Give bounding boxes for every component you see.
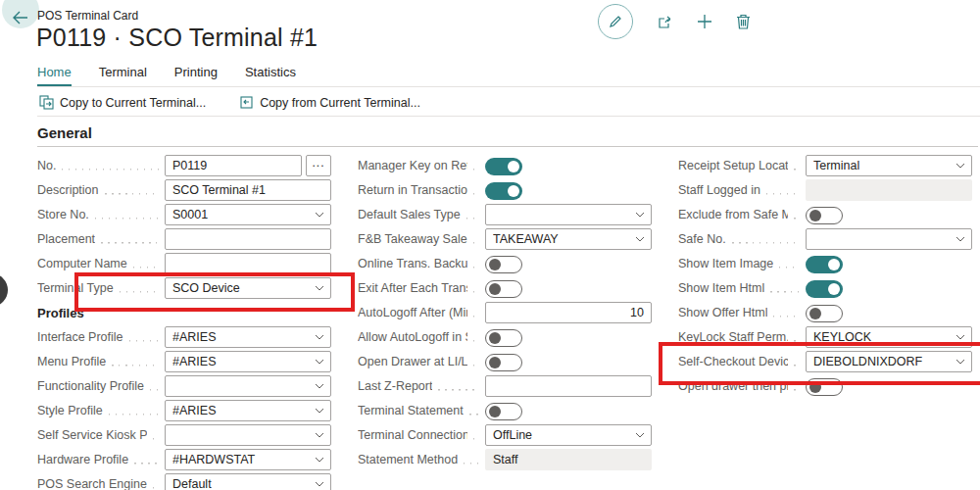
interface-profile-select[interactable]: #ARIES xyxy=(165,326,331,348)
chevron-down-icon xyxy=(315,285,324,291)
dot-leader xyxy=(464,459,479,466)
open-drawer-lilo-toggle[interactable] xyxy=(485,354,522,371)
default-sales-type-select[interactable] xyxy=(485,204,652,225)
keylock-select[interactable]: KEYLOCK xyxy=(806,326,972,348)
return-in-trans-toggle[interactable] xyxy=(485,182,522,200)
last-z-report-input[interactable] xyxy=(485,375,652,397)
open-drawer-print-label: Open drawer then print xyxy=(678,379,788,393)
fnb-takeaway-select[interactable]: TAKEAWAY xyxy=(485,228,652,250)
new-button[interactable] xyxy=(697,14,712,29)
dot-leader xyxy=(105,189,159,197)
pos-search-engine-label: POS Search Engine xyxy=(37,477,147,490)
exclude-safe-label: Exclude from Safe Mgnt. xyxy=(678,208,788,221)
safe-no-label: Safe No. xyxy=(678,232,726,246)
menu-profile-select[interactable]: #ARIES xyxy=(165,351,331,372)
delete-button[interactable] xyxy=(736,14,751,29)
plus-icon xyxy=(697,14,712,29)
field-row-keylock: KeyLock Staff Perm. Gro... KEYLOCK xyxy=(678,326,972,348)
terminal-connection-label: Terminal Connection xyxy=(358,428,467,442)
field-row-staff-logged-in: Staff Logged in xyxy=(678,179,972,201)
show-item-html-toggle[interactable] xyxy=(806,280,843,298)
no-assist-edit-button[interactable]: ... xyxy=(306,155,331,176)
placement-input[interactable] xyxy=(165,228,331,250)
dot-leader xyxy=(120,287,159,295)
field-row-terminal-statement: Terminal Statement xyxy=(358,400,652,421)
pencil-icon xyxy=(608,14,623,29)
chevron-down-icon xyxy=(956,334,965,340)
field-row-sco-device-type: Self-Checkout Device Ty... DIEBOLDNIXDOR… xyxy=(678,351,972,372)
field-row-interface-profile: Interface Profile #ARIES xyxy=(37,326,331,348)
default-sales-type-label: Default Sales Type xyxy=(358,208,461,221)
field-row-description: Description xyxy=(37,179,331,201)
terminal-connection-select[interactable]: OffLine xyxy=(485,424,652,446)
field-row-menu-profile: Menu Profile #ARIES xyxy=(37,351,331,372)
kiosk-profile-select[interactable] xyxy=(165,424,331,446)
dot-leader xyxy=(473,312,479,319)
dot-leader xyxy=(101,238,159,246)
share-button[interactable] xyxy=(657,14,673,30)
edit-button[interactable] xyxy=(598,4,633,39)
tab-statistics[interactable]: Statistics xyxy=(245,65,296,86)
allow-autologoff-label: Allow AutoLogoff in Sal... xyxy=(358,330,467,344)
terminal-statement-toggle[interactable] xyxy=(485,403,522,420)
online-backup-toggle[interactable] xyxy=(485,256,522,273)
general-section-title: General xyxy=(37,124,92,141)
manager-key-toggle[interactable] xyxy=(485,158,522,175)
back-button[interactable] xyxy=(2,0,39,28)
dot-leader xyxy=(773,312,800,319)
chevron-down-icon xyxy=(635,432,645,438)
field-row-fnb-takeaway: F&B Takeaway Sales Type TAKEAWAY xyxy=(358,228,652,250)
safe-no-select[interactable] xyxy=(806,228,972,250)
exclude-safe-toggle[interactable] xyxy=(806,207,843,224)
show-offer-html-toggle[interactable] xyxy=(806,305,843,322)
page-action-bar xyxy=(598,4,751,39)
terminal-type-select[interactable]: SCO Device xyxy=(165,277,331,299)
computer-name-input[interactable] xyxy=(165,253,331,274)
statement-method-label: Statement Method xyxy=(358,453,458,466)
style-profile-select[interactable]: #ARIES xyxy=(165,400,331,421)
sco-device-type-select[interactable]: DIEBOLDNIXDORF xyxy=(806,351,972,372)
field-row-allow-autologoff: Allow AutoLogoff in Sal... xyxy=(358,326,652,348)
chevron-down-icon xyxy=(635,236,645,242)
dot-leader xyxy=(770,287,800,295)
copy-to-label: Copy to Current Terminal... xyxy=(60,96,206,110)
column-1: No. ... Description Store No. S0001 Plac… xyxy=(37,155,331,490)
no-input[interactable] xyxy=(165,155,302,176)
field-row-manager-key: Manager Key on Return xyxy=(358,155,652,176)
field-row-open-drawer-lilo: Open Drawer at LI/LO xyxy=(358,351,652,372)
tabs-divider xyxy=(37,86,980,87)
show-item-image-toggle[interactable] xyxy=(806,256,843,273)
chevron-down-icon xyxy=(315,408,324,414)
exit-after-toggle[interactable] xyxy=(485,280,522,298)
keylock-label: KeyLock Staff Perm. Gro... xyxy=(678,330,788,344)
description-input[interactable] xyxy=(165,179,331,201)
copy-from-current-terminal-button[interactable]: Copy from Current Terminal... xyxy=(239,95,420,110)
dot-leader xyxy=(129,336,159,344)
allow-autologoff-toggle[interactable] xyxy=(485,329,522,347)
open-drawer-print-toggle[interactable] xyxy=(806,378,843,396)
dot-leader xyxy=(473,263,479,270)
pos-search-engine-select[interactable]: Default xyxy=(165,473,331,490)
tab-terminal[interactable]: Terminal xyxy=(99,65,147,86)
share-icon xyxy=(657,14,673,30)
receipt-setup-select[interactable]: Terminal xyxy=(806,155,972,176)
tab-printing[interactable]: Printing xyxy=(174,65,218,86)
autologoff-input[interactable] xyxy=(485,302,652,323)
copy-to-current-terminal-button[interactable]: Copy to Current Terminal... xyxy=(39,95,206,110)
exit-after-label: Exit After Each Trans. xyxy=(358,281,467,295)
field-row-store-no: Store No. S0001 xyxy=(37,204,331,225)
dot-leader xyxy=(473,238,479,246)
dot-leader xyxy=(109,410,159,417)
store-no-select[interactable]: S0001 xyxy=(165,204,331,225)
dot-leader xyxy=(438,385,479,393)
hardware-profile-select[interactable]: #HARDWSTAT xyxy=(165,449,331,470)
field-row-open-drawer-print: Open drawer then print xyxy=(678,375,972,397)
dot-leader xyxy=(153,483,159,490)
chevron-down-icon xyxy=(315,359,324,365)
autologoff-label: AutoLogoff After (Min.) xyxy=(358,306,467,319)
page-title: P0119 · SCO Terminal #1 xyxy=(36,24,318,52)
field-row-placement: Placement xyxy=(37,228,331,250)
tab-home[interactable]: Home xyxy=(37,65,72,86)
functionality-profile-select[interactable] xyxy=(165,375,331,397)
placement-label: Placement xyxy=(37,232,95,246)
